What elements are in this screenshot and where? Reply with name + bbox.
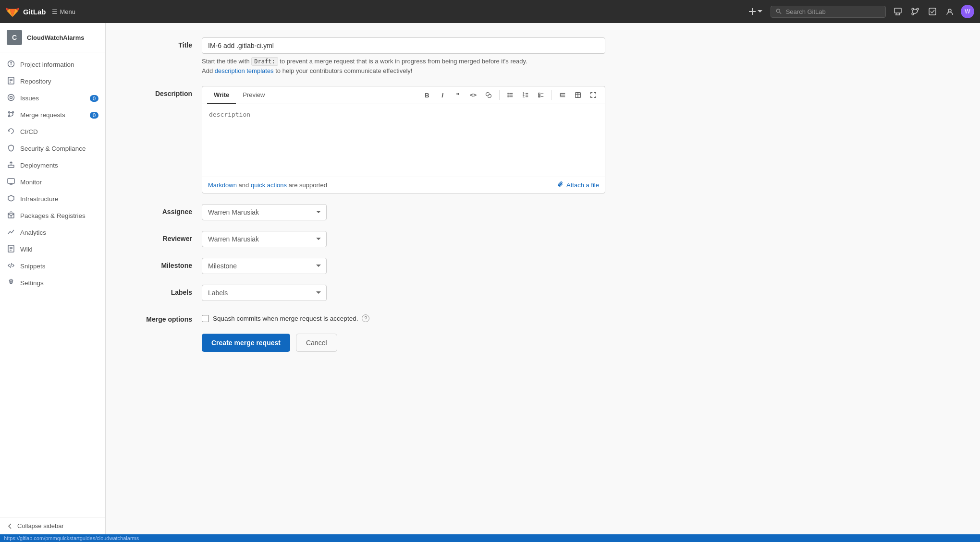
sidebar-label-analytics: Analytics (20, 229, 98, 236)
tab-preview[interactable]: Preview (236, 86, 271, 104)
description-label: Description (125, 86, 192, 97)
markdown-link[interactable]: Markdown (208, 181, 237, 189)
labels-row: Labels Labels (125, 285, 605, 301)
sidebar-item-project-information[interactable]: Project information (0, 56, 105, 73)
svg-rect-53 (539, 93, 540, 95)
svg-text:3.: 3. (523, 95, 525, 98)
milestone-row: Milestone Milestone (125, 258, 605, 274)
svg-rect-29 (8, 179, 14, 183)
merge-options: Squash commits when merge request is acc… (202, 312, 605, 322)
toolbar-bold[interactable]: B (420, 88, 434, 102)
menu-button[interactable]: ☰ Menu (52, 8, 76, 15)
sidebar-item-issues[interactable]: Issues 0 (0, 90, 105, 107)
brand-name: GitLab (23, 8, 46, 16)
gitlab-logo (6, 5, 19, 18)
toolbar-indent[interactable] (556, 88, 569, 102)
broadcast-icon[interactable] (892, 5, 904, 18)
plus-button[interactable] (746, 5, 765, 18)
markdown-hint: Markdown and quick actions are supported (208, 181, 327, 189)
svg-rect-1 (749, 11, 756, 12)
assignee-select[interactable]: Warren Marusiak (202, 204, 327, 220)
issues-badge: 0 (90, 95, 98, 102)
svg-rect-4 (894, 8, 901, 13)
sidebar-item-monitor[interactable]: Monitor (0, 174, 105, 191)
svg-point-13 (948, 9, 951, 12)
sidebar-label-repository: Repository (20, 78, 98, 85)
description-editor: Write Preview B I " <> (202, 86, 605, 193)
reviewer-field: Warren Marusiak (202, 231, 605, 247)
sidebar-item-security-compliance[interactable]: Security & Compliance (0, 140, 105, 157)
merge-options-field: Squash commits when merge request is acc… (202, 312, 605, 322)
attach-file-button[interactable]: Attach a file (557, 181, 599, 189)
squash-label: Squash commits when merge request is acc… (213, 315, 358, 322)
collapse-sidebar-button[interactable]: Collapse sidebar (0, 517, 105, 534)
analytics-icon (7, 228, 15, 237)
cancel-button[interactable]: Cancel (296, 334, 337, 352)
search-input[interactable] (786, 8, 881, 15)
milestone-select[interactable]: Milestone (202, 258, 327, 274)
sidebar-label-cicd: CI/CD (20, 128, 98, 135)
sidebar-item-wiki[interactable]: Wiki (0, 241, 105, 258)
navbar: GitLab ☰ Menu W (0, 0, 980, 23)
labels-field: Labels (202, 285, 605, 301)
description-body[interactable] (202, 104, 605, 177)
sidebar-item-deployments[interactable]: Deployments (0, 157, 105, 174)
sidebar-item-infrastructure[interactable]: Infrastructure (0, 191, 105, 207)
milestone-field: Milestone (202, 258, 605, 274)
main-content: Title Start the title with Draft: to pre… (106, 23, 980, 534)
milestone-label: Milestone (125, 258, 192, 269)
check-icon[interactable] (926, 5, 939, 18)
assignee-field: Warren Marusiak (202, 204, 605, 220)
merge-icon[interactable] (909, 5, 921, 18)
merge-options-row: Merge options Squash commits when merge … (125, 312, 605, 323)
main-layout: C CloudWatchAlarms Project information R… (0, 23, 980, 534)
quick-actions-link[interactable]: quick actions (251, 181, 287, 189)
merge-requests-icon (7, 110, 15, 120)
create-mr-button[interactable]: Create merge request (202, 334, 290, 352)
brand[interactable]: GitLab (6, 5, 46, 18)
description-textarea[interactable] (209, 111, 598, 169)
search-box[interactable] (771, 6, 886, 18)
sidebar-item-repository[interactable]: Repository (0, 73, 105, 90)
toolbar-italic[interactable]: I (436, 88, 449, 102)
reviewer-select[interactable]: Warren Marusiak (202, 231, 327, 247)
sidebar-item-analytics[interactable]: Analytics (0, 224, 105, 241)
toolbar-unordered-list[interactable] (503, 88, 517, 102)
toolbar-quote[interactable]: " (451, 88, 465, 102)
svg-point-43 (507, 96, 509, 97)
toolbar-ordered-list[interactable]: 1.2.3. (519, 88, 532, 102)
sidebar-item-packages[interactable]: Packages & Registries (0, 207, 105, 224)
title-hint: Start the title with Draft: to prevent a… (202, 57, 605, 75)
user-settings-icon[interactable] (943, 5, 956, 18)
squash-checkbox[interactable] (202, 315, 209, 322)
labels-select[interactable]: Labels (202, 285, 327, 301)
sidebar-label-packages: Packages & Registries (20, 212, 98, 219)
svg-point-21 (8, 95, 14, 101)
assignee-label: Assignee (125, 204, 192, 216)
squash-help-icon[interactable]: ? (362, 314, 369, 322)
packages-icon (7, 211, 15, 220)
repository-icon (7, 77, 15, 86)
toolbar-code[interactable]: <> (466, 88, 480, 102)
description-field: Write Preview B I " <> (202, 86, 605, 193)
description-templates-link[interactable]: description templates (215, 67, 274, 74)
labels-label: Labels (125, 285, 192, 296)
description-row: Description Write Preview B I " <> (125, 86, 605, 193)
toolbar-fullscreen[interactable] (587, 88, 600, 102)
toolbar-table[interactable] (571, 88, 585, 102)
sidebar-item-cicd[interactable]: CI/CD (0, 123, 105, 140)
snippets-icon (7, 262, 15, 271)
sidebar-item-merge-requests[interactable]: Merge requests 0 (0, 107, 105, 123)
sidebar-label-issues: Issues (20, 95, 85, 102)
toolbar-link[interactable] (482, 88, 495, 102)
tab-write[interactable]: Write (207, 86, 236, 104)
sidebar-nav: Project information Repository Issues 0 (0, 52, 105, 517)
toolbar-task-list[interactable] (534, 88, 548, 102)
deployments-icon (7, 161, 15, 170)
sidebar-item-snippets[interactable]: Snippets (0, 258, 105, 275)
sidebar-item-settings[interactable]: Settings (0, 275, 105, 291)
user-avatar[interactable]: W (961, 5, 974, 18)
svg-point-2 (776, 9, 780, 12)
project-header[interactable]: C CloudWatchAlarms (0, 23, 105, 52)
title-input[interactable] (202, 37, 605, 54)
